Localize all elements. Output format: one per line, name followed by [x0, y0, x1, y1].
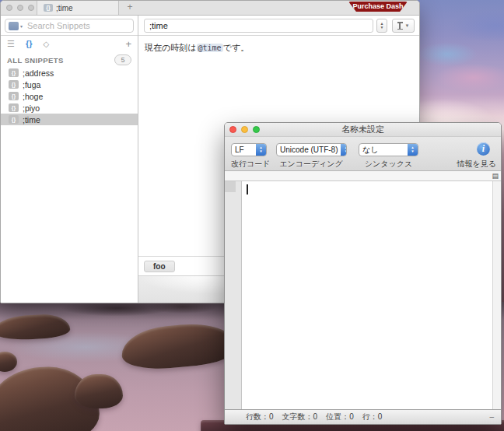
search-input[interactable] — [26, 20, 130, 31]
zoom-button[interactable] — [253, 126, 260, 133]
status-position: 位置：0 — [326, 412, 354, 422]
count-badge: 5 — [114, 54, 131, 65]
line-ending-popup[interactable]: LF ▲▼ — [231, 143, 267, 156]
chevron-down-icon: ▾ — [20, 23, 23, 29]
chevron-down-icon: ▼ — [405, 23, 410, 28]
encoding-value: Unicode (UTF-8) — [277, 145, 341, 154]
snippet-name-row: ▲ ▼ ▼ — [138, 16, 419, 36]
editor-window: 名称未設定 LF ▲▼ 改行コード Unicode (UTF-8) ▲▼ エンコ… — [224, 122, 502, 425]
snippet-label: ;address — [23, 68, 54, 78]
snippet-label: ;hoge — [23, 92, 43, 101]
snippet-braces-icon: {} — [9, 115, 19, 124]
cursor-mode-dropdown[interactable]: ▼ — [392, 19, 415, 33]
status-lines: 行数：0 — [246, 412, 274, 422]
status-chars: 文字数：0 — [282, 412, 318, 422]
close-button[interactable] — [229, 126, 236, 133]
snippet-label: ;piyo — [23, 103, 40, 113]
snippet-text-after: です。 — [223, 43, 250, 52]
sidebar: ▾ ☰ {} ◇ + ALL SNIPPETS 5 {} ;address {}… — [1, 16, 138, 303]
sort-icon[interactable]: ☰ — [7, 40, 15, 48]
encoding-label: エンコーディング — [270, 159, 352, 170]
snippet-row-fuga[interactable]: {} ;fuga — [1, 79, 138, 90]
editor-title-bar[interactable]: 名称未設定 — [225, 123, 501, 137]
desktop-wallpaper-sky — [417, 0, 504, 129]
info-button[interactable]: i — [477, 142, 490, 156]
syntax-popup[interactable]: なし ▲▼ — [359, 143, 418, 156]
snippets-filter-icon[interactable]: {} — [26, 39, 33, 48]
wallpaper-rock — [120, 321, 236, 373]
popup-arrows-icon: ▲▼ — [408, 144, 418, 156]
popup-arrows-icon: ▲▼ — [341, 144, 347, 156]
snippet-braces-icon: {} — [9, 103, 19, 112]
encoding-popup[interactable]: Unicode (UTF-8) ▲▼ — [276, 143, 347, 156]
gutter-marker — [225, 181, 236, 192]
wallpaper-rock — [75, 374, 123, 408]
window-controls — [6, 5, 34, 11]
snippet-row-time-selected[interactable]: {} ;time — [1, 114, 138, 125]
info-label: 情報を見る — [457, 159, 496, 170]
variable-chip-foo[interactable]: foo — [144, 261, 175, 272]
status-line: 行：0 — [362, 412, 383, 422]
zoom-button[interactable] — [28, 5, 34, 11]
snippet-braces-icon: {} — [9, 92, 19, 100]
tag-icon[interactable]: ◇ — [43, 40, 49, 48]
snippet-label: ;fuga — [23, 80, 40, 89]
line-ending-label: 改行コード — [231, 159, 267, 170]
status-bar: 行数：0 文字数：0 位置：0 行：0 ‒ — [225, 409, 501, 424]
snippet-row-piyo[interactable]: {} ;piyo — [1, 102, 138, 114]
popup-arrows-icon: ▲▼ — [256, 144, 266, 156]
search-row: ▾ — [1, 16, 138, 36]
new-tab-button[interactable]: + — [124, 1, 136, 15]
add-snippet-button[interactable]: + — [125, 38, 131, 50]
split-editor-icon[interactable]: ▤ — [492, 171, 499, 180]
snippet-label: ;time — [23, 115, 40, 124]
snippet-row-address[interactable]: {} ;address — [1, 67, 138, 79]
line-ending-value: LF — [232, 145, 256, 154]
snippet-braces-icon: {} — [9, 68, 19, 77]
editor-toolbar: LF ▲▼ 改行コード Unicode (UTF-8) ▲▼ エンコーディング … — [225, 137, 501, 171]
search-filter-icon[interactable] — [9, 22, 19, 30]
syntax-label: シンタックス — [359, 159, 418, 170]
sidebar-toolbar: ☰ {} ◇ + — [1, 36, 138, 51]
text-cursor — [247, 184, 248, 194]
snippet-variable-token[interactable]: @time — [197, 44, 223, 52]
resize-handle[interactable]: ‒ — [489, 410, 494, 424]
window-controls — [229, 126, 260, 133]
tab-bar: {} ;time + Purchase Dash — [1, 1, 419, 16]
snippet-braces-icon: {} — [44, 4, 53, 12]
line-number-gutter — [225, 181, 242, 409]
list-header-label: ALL SNIPPETS — [7, 56, 64, 65]
snippet-text-before: 現在の時刻は — [145, 43, 197, 52]
close-button[interactable] — [6, 5, 12, 11]
search-field[interactable]: ▾ — [5, 19, 134, 33]
snippet-abbreviation-input[interactable] — [144, 19, 373, 33]
navigation-bar: ▤ — [225, 171, 501, 181]
window-title: 名称未設定 — [225, 123, 501, 136]
minimize-button[interactable] — [241, 126, 248, 133]
wallpaper-rock — [0, 313, 71, 341]
ibeam-cursor-icon — [397, 22, 403, 30]
snippet-stepper[interactable]: ▲ ▼ — [376, 19, 387, 33]
scrollbar-track[interactable] — [492, 181, 501, 409]
tab-label: ;time — [56, 4, 73, 12]
list-header: ALL SNIPPETS 5 — [1, 51, 138, 67]
wallpaper-rock — [0, 352, 17, 372]
snippet-row-hoge[interactable]: {} ;hoge — [1, 90, 138, 102]
text-area[interactable] — [225, 181, 501, 409]
stepper-down-icon[interactable]: ▼ — [380, 26, 384, 30]
snippet-braces-icon: {} — [9, 80, 19, 89]
minimize-button[interactable] — [17, 5, 23, 11]
tab-time[interactable]: {} ;time — [37, 1, 119, 15]
syntax-value: なし — [359, 145, 408, 156]
purchase-dash-ribbon[interactable]: Purchase Dash — [348, 2, 408, 12]
